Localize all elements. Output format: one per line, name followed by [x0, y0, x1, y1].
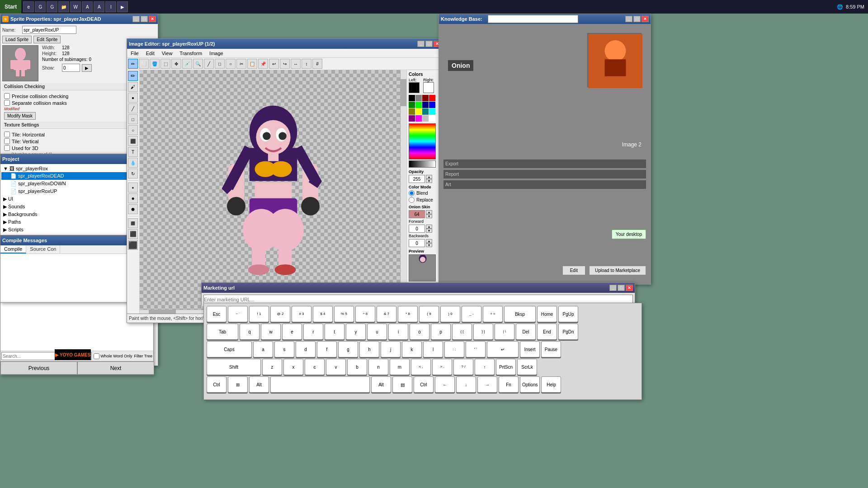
tool-circle[interactable]: ○	[226, 59, 236, 69]
menu-view[interactable]: View	[158, 50, 176, 57]
tool-select[interactable]: ⬚	[160, 59, 170, 69]
brush-round-small[interactable]: ⬛	[128, 218, 138, 228]
taskbar-item-app1[interactable]: A	[82, 1, 93, 12]
forward-down[interactable]: ▼	[426, 229, 432, 233]
sprite-props-maximize[interactable]: □	[141, 16, 148, 22]
size-medium[interactable]: ●	[128, 193, 138, 203]
edit-button[interactable]: Edit	[562, 266, 585, 275]
tool-eyedrop2[interactable]: 💧	[128, 158, 138, 168]
tool-brush[interactable]: 🖌	[128, 82, 138, 92]
key-equals[interactable]: + =	[483, 306, 503, 322]
taskbar-item-app2[interactable]: A	[94, 1, 104, 12]
size-large[interactable]: ●	[128, 204, 138, 214]
color-spectrum[interactable]	[409, 123, 436, 160]
color-cyan[interactable]	[429, 108, 435, 115]
taskbar-item-img[interactable]: I	[105, 1, 116, 12]
marketing-maximize[interactable]: □	[618, 285, 625, 291]
key-tab[interactable]: Tab	[207, 324, 238, 340]
color-teal[interactable]	[422, 108, 429, 115]
brush-round-medium[interactable]: ⬛	[128, 229, 138, 239]
marketing-close[interactable]: ✕	[626, 285, 633, 291]
key-ctrl-r[interactable]: Ctrl	[414, 376, 434, 393]
opacity-up[interactable]: ▲	[426, 175, 432, 179]
kb-maximize[interactable]: □	[633, 16, 641, 22]
key-insert[interactable]: Insert	[520, 341, 540, 357]
key-home[interactable]: Home	[537, 306, 557, 322]
right-color-swatch[interactable]	[423, 82, 434, 93]
key-7[interactable]: & 7	[377, 306, 396, 322]
tile-h-check[interactable]	[4, 131, 10, 137]
key-h[interactable]: h	[359, 341, 379, 357]
key-a[interactable]: a	[253, 341, 273, 357]
edit-sprite-button[interactable]: Edit Sprite	[33, 36, 61, 43]
start-button[interactable]: Start	[0, 0, 21, 14]
opacity-input[interactable]	[409, 175, 425, 183]
color-silver[interactable]	[422, 115, 429, 122]
tool-ellipse[interactable]: ○	[128, 125, 138, 135]
key-o[interactable]: o	[410, 324, 429, 340]
key-k[interactable]: k	[402, 341, 422, 357]
tool-flip-v[interactable]: ↕	[302, 59, 311, 69]
sprite-props-close[interactable]: ✕	[149, 16, 156, 22]
key-e[interactable]: e	[282, 324, 302, 340]
backwards-down[interactable]: ▼	[426, 243, 432, 247]
key-n[interactable]: n	[368, 359, 388, 375]
sprite-canvas[interactable]	[189, 98, 358, 288]
key-slash[interactable]: ? /	[453, 359, 473, 375]
key-minus[interactable]: _ -	[462, 306, 481, 322]
show-next-button[interactable]: ▶	[82, 64, 92, 72]
img-editor-maximize[interactable]: □	[425, 41, 433, 47]
key-shift-l[interactable]: Shift	[207, 359, 261, 375]
marketing-minimize[interactable]: _	[609, 285, 617, 291]
tab-source-con[interactable]: Source Con	[26, 245, 60, 253]
color-olive[interactable]	[409, 108, 415, 115]
key-8[interactable]: * 8	[398, 306, 418, 322]
key-options[interactable]: Options	[520, 376, 540, 393]
precise-collision-check[interactable]	[4, 93, 10, 99]
menu-transform[interactable]: Transform	[176, 50, 206, 57]
sprite-name-input[interactable]	[22, 26, 76, 34]
menu-image[interactable]: Image	[206, 50, 227, 57]
key-w[interactable]: w	[261, 324, 281, 340]
taskbar-item-media[interactable]: ▶	[117, 1, 128, 12]
key-tilde[interactable]: ~ `	[228, 306, 248, 322]
key-enter[interactable]: ↵	[487, 341, 519, 357]
size-small[interactable]: ●	[128, 183, 138, 192]
tool-grid[interactable]: #	[312, 59, 322, 69]
key-lbracket[interactable]: { [	[452, 324, 472, 340]
key-pgdn[interactable]: PgDn	[558, 324, 578, 340]
key-0[interactable]: ) 0	[440, 306, 460, 322]
key-p[interactable]: p	[431, 324, 451, 340]
tool-pencil[interactable]: ✏	[128, 59, 138, 69]
key-help[interactable]: Help	[541, 376, 561, 393]
color-maroon[interactable]	[422, 95, 429, 101]
key-j[interactable]: j	[381, 341, 401, 357]
key-2[interactable]: @ 2	[270, 306, 290, 322]
color-lime[interactable]	[415, 102, 422, 108]
kb-close[interactable]: ✕	[642, 16, 649, 22]
backwards-up[interactable]: ▲	[426, 239, 432, 243]
taskbar-item-gm2[interactable]: G	[47, 1, 57, 12]
taskbar-item-gm1[interactable]: G	[35, 1, 46, 12]
img-editor-titlebar[interactable]: Image Editor: spr_playerRoxUP (1/2) _ □ …	[127, 39, 443, 49]
tool-cut[interactable]: ✂	[236, 59, 246, 69]
key-z[interactable]: z	[262, 359, 282, 375]
color-white[interactable]	[429, 115, 435, 122]
tool-copy[interactable]: 📋	[247, 59, 257, 69]
key-rbracket[interactable]: } ]	[473, 324, 493, 340]
key-esc[interactable]: Esc	[207, 306, 226, 322]
key-win[interactable]: ⊞	[228, 376, 248, 393]
next-button[interactable]: Next	[77, 361, 154, 375]
key-v[interactable]: v	[326, 359, 346, 375]
backwards-input[interactable]	[409, 239, 425, 247]
separate-collision-check[interactable]	[4, 100, 10, 106]
key-b[interactable]: b	[347, 359, 367, 375]
load-sprite-button[interactable]: Load Sprite	[2, 36, 32, 43]
key-i[interactable]: i	[388, 324, 408, 340]
key-bksp[interactable]: Bksp	[504, 306, 536, 322]
key-left[interactable]: ←	[435, 376, 455, 393]
tile-v-check[interactable]	[4, 138, 10, 144]
key-quote[interactable]: " '	[466, 341, 486, 357]
tool-move[interactable]: ✥	[171, 59, 181, 69]
key-alt-r[interactable]: Alt	[371, 376, 391, 393]
